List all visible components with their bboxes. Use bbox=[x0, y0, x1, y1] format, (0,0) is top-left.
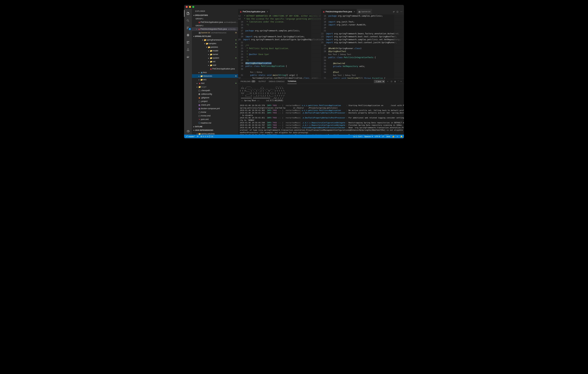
split-terminal-icon[interactable]: ◫ bbox=[391, 80, 392, 82]
tree-samples[interactable]: ▾📂samples bbox=[192, 42, 238, 45]
warning-icon: ⚠ bbox=[204, 135, 206, 138]
tab-debug-console[interactable]: DEBUG CONSOLE bbox=[269, 79, 285, 84]
activity-debug[interactable] bbox=[184, 32, 192, 38]
sidebar-title: EXPLORER bbox=[192, 9, 238, 13]
group-2-label: GROUP 2 bbox=[192, 24, 238, 27]
tree-springframework[interactable]: ▾📂springframework bbox=[192, 38, 238, 42]
vscode-window: 1 EXPLORER ▾OPEN EDITOR bbox=[184, 5, 404, 138]
status-spaces[interactable]: Spaces: 4 bbox=[364, 135, 373, 138]
editor-group-1: ◉ PetClinicApplication.java × 12 * WITHO… bbox=[238, 9, 321, 79]
tree-resources[interactable]: ▸📁resources bbox=[192, 74, 238, 78]
window-maximize[interactable] bbox=[192, 6, 194, 8]
section-project[interactable]: ▾SPRING-PETCLINIC bbox=[192, 34, 238, 38]
scm-badge: 1 bbox=[189, 28, 191, 30]
title-bar[interactable] bbox=[184, 5, 404, 9]
tree-wro[interactable]: ▸📁wro bbox=[192, 78, 238, 81]
panel: PROBLEMS 11 OUTPUT DEBUG CONSOLE TERMINA… bbox=[238, 79, 404, 135]
status-feedback[interactable]: ☺ bbox=[396, 135, 398, 138]
tree-dockercompose[interactable]: ▣docker-compose.yml bbox=[192, 107, 238, 110]
status-bar: ⎇master* ⟳ ⊘0 ⚠0 ⓘ11 Ln 1, Col 1 Spaces:… bbox=[184, 135, 404, 138]
open-editor-2[interactable]: ×◉ PetclinicIntegrationTests.java src/te… bbox=[192, 27, 238, 31]
open-editor-3[interactable]: ▤ banner.txt src/main/resources M bbox=[192, 31, 238, 34]
activity-extensions[interactable] bbox=[184, 39, 192, 46]
extensions-icon bbox=[186, 41, 190, 44]
tree-travis[interactable]: ▣.travis.yml bbox=[192, 103, 238, 107]
tree-mvnwcmd[interactable]: ▢mvnw.cmd bbox=[192, 114, 238, 118]
minimap[interactable] bbox=[394, 14, 404, 79]
tab-terminal[interactable]: TERMINAL bbox=[287, 79, 297, 84]
minimap[interactable] bbox=[311, 14, 321, 79]
status-encoding[interactable]: UTF-8 bbox=[375, 135, 380, 138]
section-outline[interactable]: ▸OUTLINE bbox=[192, 125, 238, 128]
tree-editorconfig[interactable]: ⚙.editorconfig bbox=[192, 92, 238, 96]
tab-problems[interactable]: PROBLEMS 11 bbox=[241, 79, 255, 84]
group-1-label: GROUP 1 bbox=[192, 17, 238, 20]
section-open-editors[interactable]: ▾OPEN EDITORS bbox=[192, 13, 238, 17]
dep-root[interactable]: ▾📂spring-petclinic bbox=[192, 132, 238, 135]
open-editor-1[interactable]: ◉ PetClinicApplication.java src/main/jav… bbox=[192, 20, 238, 24]
close-icon[interactable]: × bbox=[354, 10, 355, 13]
activity-explorer[interactable] bbox=[184, 10, 192, 17]
branch-icon: ⎇ bbox=[185, 135, 188, 138]
java-icon: ◉ bbox=[323, 11, 325, 13]
tree-vet[interactable]: ▸📁vet bbox=[192, 60, 238, 63]
tree-gitignore[interactable]: ◆.gitignore bbox=[192, 96, 238, 99]
maximize-panel-icon[interactable]: ˆ bbox=[398, 80, 399, 82]
kill-terminal-icon[interactable]: 🗑 bbox=[394, 80, 396, 82]
close-icon[interactable]: × bbox=[267, 10, 268, 13]
editor-right[interactable]: 16package org.springframework.samples.pe… bbox=[321, 14, 404, 79]
tree-owner[interactable]: ▸📁owner bbox=[192, 53, 238, 56]
activity-bar: 1 bbox=[184, 9, 192, 135]
tree-petclinic[interactable]: ▾📂petclinic bbox=[192, 45, 238, 49]
tree-test[interactable]: ▸◆test bbox=[192, 81, 238, 85]
status-lang[interactable]: Java bbox=[386, 135, 390, 138]
split-icon[interactable]: ◫ bbox=[397, 11, 398, 13]
compare-icon[interactable]: ⇄ bbox=[393, 11, 395, 13]
tree-target[interactable]: ▸📁target bbox=[192, 85, 238, 89]
tree-visit[interactable]: ▸📁visit bbox=[192, 63, 238, 67]
file-icon: ▤ bbox=[358, 11, 360, 13]
tree-pom[interactable]: ♦pom.xml bbox=[192, 118, 238, 121]
editor-left[interactable]: 12 * WITHOUT WARRANTIES OR CONDITIONS OF… bbox=[238, 14, 321, 79]
status-thumbsup[interactable]: 👍 bbox=[392, 135, 394, 138]
status-branch[interactable]: ⎇master* bbox=[185, 135, 195, 138]
activity-test[interactable] bbox=[184, 46, 192, 53]
tab-petclinic-app[interactable]: ◉ PetClinicApplication.java × bbox=[238, 9, 270, 14]
search-icon bbox=[186, 19, 190, 22]
tree-model[interactable]: ▸📁model bbox=[192, 49, 238, 53]
tree-less[interactable]: ▸▣less bbox=[192, 71, 238, 74]
gear-icon bbox=[186, 130, 190, 133]
activity-search[interactable] bbox=[184, 17, 192, 24]
files-icon bbox=[186, 12, 190, 15]
tree-classpath[interactable]: ▢.classpath bbox=[192, 89, 238, 92]
tab-integration-tests[interactable]: ◉ PetclinicIntegrationTests.java × bbox=[321, 9, 357, 14]
tree-mvnw[interactable]: ▢mvnw bbox=[192, 110, 238, 114]
more-icon[interactable]: ⋯ bbox=[400, 11, 402, 13]
status-eol[interactable]: LF bbox=[382, 135, 384, 138]
tree-system[interactable]: ▸📁system bbox=[192, 56, 238, 60]
info-icon: ⓘ bbox=[209, 135, 210, 138]
tree-project[interactable]: ▢.project bbox=[192, 99, 238, 103]
docker-icon bbox=[186, 55, 190, 58]
java-icon: ◉ bbox=[240, 11, 242, 13]
status-sync[interactable]: ⟳ bbox=[197, 135, 199, 138]
window-close[interactable] bbox=[186, 6, 188, 8]
activity-docker[interactable] bbox=[184, 53, 192, 60]
editor-group-2: ◉ PetclinicIntegrationTests.java × ▤ ban… bbox=[321, 9, 404, 79]
terminal-select[interactable]: 1: java bbox=[374, 80, 385, 83]
status-errors[interactable]: ⊘0 ⚠0 ⓘ11 bbox=[200, 135, 213, 138]
bug-icon bbox=[186, 33, 190, 37]
activity-settings[interactable] bbox=[184, 128, 192, 135]
tab-banner[interactable]: ▤ banner.txt bbox=[357, 9, 372, 14]
section-java-deps[interactable]: ▾JAVA DEPENDENCIES bbox=[192, 128, 238, 132]
tab-output[interactable]: OUTPUT bbox=[258, 79, 266, 84]
terminal-body[interactable]: . ____ _ __ _ _ /\\ / ___'_ __ _ _(_)_ _… bbox=[238, 84, 404, 135]
status-lncol[interactable]: Ln 1, Col 1 bbox=[353, 135, 362, 138]
status-bell[interactable]: 🔔 bbox=[400, 135, 403, 138]
tree-appfile[interactable]: ◉PetClinicApplication.java bbox=[192, 67, 238, 71]
close-panel-icon[interactable]: × bbox=[401, 80, 402, 82]
tree-readme[interactable]: ⓘreadme.md bbox=[192, 121, 238, 125]
activity-scm[interactable]: 1 bbox=[184, 25, 192, 31]
new-terminal-icon[interactable]: ＋ bbox=[387, 80, 389, 83]
window-minimize[interactable] bbox=[189, 6, 191, 8]
